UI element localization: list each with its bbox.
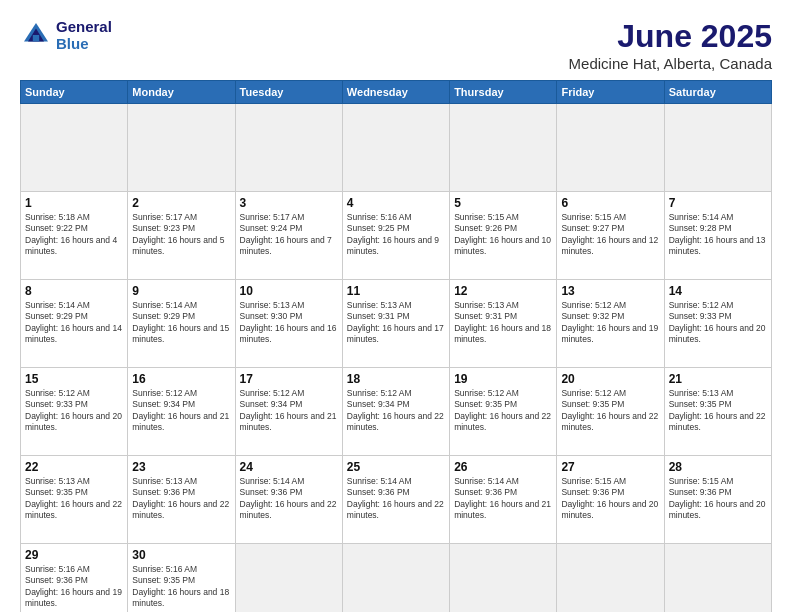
page: General Blue June 2025 Medicine Hat, Alb… [0, 0, 792, 612]
day-info: Sunrise: 5:14 AMSunset: 9:36 PMDaylight:… [347, 476, 445, 522]
day-info: Sunrise: 5:13 AMSunset: 9:35 PMDaylight:… [669, 388, 767, 434]
calendar-cell [235, 104, 342, 192]
day-number: 21 [669, 372, 767, 386]
day-info: Sunrise: 5:13 AMSunset: 9:31 PMDaylight:… [347, 300, 445, 346]
day-info: Sunrise: 5:12 AMSunset: 9:34 PMDaylight:… [240, 388, 338, 434]
day-number: 8 [25, 284, 123, 298]
day-info: Sunrise: 5:14 AMSunset: 9:29 PMDaylight:… [132, 300, 230, 346]
calendar-cell [557, 544, 664, 613]
calendar-cell: 4Sunrise: 5:16 AMSunset: 9:25 PMDaylight… [342, 192, 449, 280]
svg-rect-2 [33, 35, 39, 41]
day-info: Sunrise: 5:14 AMSunset: 9:36 PMDaylight:… [240, 476, 338, 522]
calendar-cell: 17Sunrise: 5:12 AMSunset: 9:34 PMDayligh… [235, 368, 342, 456]
day-info: Sunrise: 5:17 AMSunset: 9:23 PMDaylight:… [132, 212, 230, 258]
calendar-title: June 2025 [569, 18, 772, 55]
day-number: 23 [132, 460, 230, 474]
header: General Blue June 2025 Medicine Hat, Alb… [20, 18, 772, 72]
day-number: 30 [132, 548, 230, 562]
day-info: Sunrise: 5:12 AMSunset: 9:34 PMDaylight:… [347, 388, 445, 434]
calendar-cell [450, 104, 557, 192]
calendar-header-row: SundayMondayTuesdayWednesdayThursdayFrid… [21, 81, 772, 104]
calendar-table: SundayMondayTuesdayWednesdayThursdayFrid… [20, 80, 772, 612]
calendar-cell: 27Sunrise: 5:15 AMSunset: 9:36 PMDayligh… [557, 456, 664, 544]
day-number: 11 [347, 284, 445, 298]
logo-text: General Blue [56, 18, 112, 52]
calendar-cell: 15Sunrise: 5:12 AMSunset: 9:33 PMDayligh… [21, 368, 128, 456]
day-info: Sunrise: 5:14 AMSunset: 9:29 PMDaylight:… [25, 300, 123, 346]
day-number: 7 [669, 196, 767, 210]
calendar-cell [557, 104, 664, 192]
calendar-cell [450, 544, 557, 613]
calendar-cell: 24Sunrise: 5:14 AMSunset: 9:36 PMDayligh… [235, 456, 342, 544]
calendar-cell: 11Sunrise: 5:13 AMSunset: 9:31 PMDayligh… [342, 280, 449, 368]
calendar-cell [128, 104, 235, 192]
calendar-cell: 21Sunrise: 5:13 AMSunset: 9:35 PMDayligh… [664, 368, 771, 456]
day-info: Sunrise: 5:13 AMSunset: 9:35 PMDaylight:… [25, 476, 123, 522]
day-number: 29 [25, 548, 123, 562]
calendar-week-row: 8Sunrise: 5:14 AMSunset: 9:29 PMDaylight… [21, 280, 772, 368]
calendar-cell: 25Sunrise: 5:14 AMSunset: 9:36 PMDayligh… [342, 456, 449, 544]
calendar-cell [342, 544, 449, 613]
calendar-cell: 3Sunrise: 5:17 AMSunset: 9:24 PMDaylight… [235, 192, 342, 280]
day-number: 24 [240, 460, 338, 474]
calendar-cell: 9Sunrise: 5:14 AMSunset: 9:29 PMDaylight… [128, 280, 235, 368]
day-number: 27 [561, 460, 659, 474]
day-info: Sunrise: 5:18 AMSunset: 9:22 PMDaylight:… [25, 212, 123, 258]
day-info: Sunrise: 5:12 AMSunset: 9:33 PMDaylight:… [669, 300, 767, 346]
day-number: 10 [240, 284, 338, 298]
day-info: Sunrise: 5:15 AMSunset: 9:26 PMDaylight:… [454, 212, 552, 258]
day-number: 13 [561, 284, 659, 298]
calendar-cell: 13Sunrise: 5:12 AMSunset: 9:32 PMDayligh… [557, 280, 664, 368]
day-info: Sunrise: 5:12 AMSunset: 9:33 PMDaylight:… [25, 388, 123, 434]
calendar-cell: 19Sunrise: 5:12 AMSunset: 9:35 PMDayligh… [450, 368, 557, 456]
calendar-cell: 18Sunrise: 5:12 AMSunset: 9:34 PMDayligh… [342, 368, 449, 456]
calendar-cell: 16Sunrise: 5:12 AMSunset: 9:34 PMDayligh… [128, 368, 235, 456]
day-number: 15 [25, 372, 123, 386]
calendar-cell: 12Sunrise: 5:13 AMSunset: 9:31 PMDayligh… [450, 280, 557, 368]
day-number: 4 [347, 196, 445, 210]
calendar-cell: 8Sunrise: 5:14 AMSunset: 9:29 PMDaylight… [21, 280, 128, 368]
logo: General Blue [20, 18, 112, 52]
day-info: Sunrise: 5:17 AMSunset: 9:24 PMDaylight:… [240, 212, 338, 258]
calendar-cell [235, 544, 342, 613]
day-number: 22 [25, 460, 123, 474]
calendar-cell: 2Sunrise: 5:17 AMSunset: 9:23 PMDaylight… [128, 192, 235, 280]
calendar-cell [342, 104, 449, 192]
logo-icon [20, 19, 52, 51]
day-info: Sunrise: 5:15 AMSunset: 9:27 PMDaylight:… [561, 212, 659, 258]
calendar-day-header: Thursday [450, 81, 557, 104]
calendar-cell: 20Sunrise: 5:12 AMSunset: 9:35 PMDayligh… [557, 368, 664, 456]
calendar-cell: 14Sunrise: 5:12 AMSunset: 9:33 PMDayligh… [664, 280, 771, 368]
day-info: Sunrise: 5:15 AMSunset: 9:36 PMDaylight:… [669, 476, 767, 522]
calendar-cell: 23Sunrise: 5:13 AMSunset: 9:36 PMDayligh… [128, 456, 235, 544]
day-number: 12 [454, 284, 552, 298]
calendar-cell: 10Sunrise: 5:13 AMSunset: 9:30 PMDayligh… [235, 280, 342, 368]
calendar-cell: 1Sunrise: 5:18 AMSunset: 9:22 PMDaylight… [21, 192, 128, 280]
day-info: Sunrise: 5:14 AMSunset: 9:28 PMDaylight:… [669, 212, 767, 258]
calendar-cell [21, 104, 128, 192]
title-block: June 2025 Medicine Hat, Alberta, Canada [569, 18, 772, 72]
day-number: 28 [669, 460, 767, 474]
calendar-day-header: Friday [557, 81, 664, 104]
day-info: Sunrise: 5:16 AMSunset: 9:25 PMDaylight:… [347, 212, 445, 258]
calendar-week-row [21, 104, 772, 192]
calendar-subtitle: Medicine Hat, Alberta, Canada [569, 55, 772, 72]
day-number: 5 [454, 196, 552, 210]
day-info: Sunrise: 5:12 AMSunset: 9:34 PMDaylight:… [132, 388, 230, 434]
day-info: Sunrise: 5:13 AMSunset: 9:36 PMDaylight:… [132, 476, 230, 522]
day-info: Sunrise: 5:14 AMSunset: 9:36 PMDaylight:… [454, 476, 552, 522]
calendar-day-header: Monday [128, 81, 235, 104]
calendar-cell [664, 104, 771, 192]
day-info: Sunrise: 5:12 AMSunset: 9:35 PMDaylight:… [561, 388, 659, 434]
day-number: 14 [669, 284, 767, 298]
day-number: 17 [240, 372, 338, 386]
day-number: 2 [132, 196, 230, 210]
calendar-week-row: 22Sunrise: 5:13 AMSunset: 9:35 PMDayligh… [21, 456, 772, 544]
day-info: Sunrise: 5:12 AMSunset: 9:32 PMDaylight:… [561, 300, 659, 346]
day-info: Sunrise: 5:12 AMSunset: 9:35 PMDaylight:… [454, 388, 552, 434]
calendar-day-header: Saturday [664, 81, 771, 104]
calendar-day-header: Sunday [21, 81, 128, 104]
calendar-cell: 29Sunrise: 5:16 AMSunset: 9:36 PMDayligh… [21, 544, 128, 613]
calendar-day-header: Tuesday [235, 81, 342, 104]
day-number: 18 [347, 372, 445, 386]
